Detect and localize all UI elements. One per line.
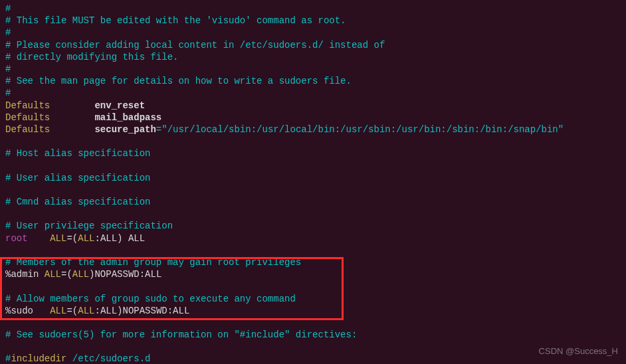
watermark: CSDN @Success_H xyxy=(539,346,618,357)
defaults-line: Defaults mail_badpass xyxy=(5,112,621,124)
blank-line xyxy=(5,159,621,171)
blank-line xyxy=(5,280,621,292)
section-comment: # Host alias specification xyxy=(5,147,621,159)
sudo-group-line: %sudo ALL=(ALL:ALL)NOPASSWD:ALL xyxy=(5,305,621,317)
blank-line xyxy=(5,184,621,196)
defaults-line: Defaults secure_path="/usr/local/sbin:/u… xyxy=(5,124,621,136)
comment-line: # xyxy=(5,3,621,15)
comment-line: # xyxy=(5,87,621,99)
includedir-line: #includedir /etc/sudoers.d xyxy=(5,353,621,364)
blank-line xyxy=(5,244,621,256)
section-comment: # Cmnd alias specification xyxy=(5,196,621,208)
blank-line xyxy=(5,341,621,353)
comment-line: # xyxy=(5,63,621,75)
comment-line: # Please consider adding local content i… xyxy=(5,39,621,51)
terminal-editor[interactable]: # # This file MUST be edited with the 'v… xyxy=(5,3,621,364)
section-comment: # User alias specification xyxy=(5,172,621,184)
section-comment: # See sudoers(5) for more information on… xyxy=(5,329,621,341)
section-comment: # User privilege specification xyxy=(5,220,621,232)
comment-line: # See the man page for details on how to… xyxy=(5,75,621,87)
defaults-line: Defaults env_reset xyxy=(5,100,621,112)
comment-line: # xyxy=(5,27,621,39)
blank-line xyxy=(5,136,621,147)
comment-line: # This file MUST be edited with the 'vis… xyxy=(5,15,621,27)
root-priv-line: root ALL=(ALL:ALL) ALL xyxy=(5,232,621,244)
section-comment: # Allow members of group sudo to execute… xyxy=(5,293,621,305)
admin-group-line: %admin ALL=(ALL)NOPASSWD:ALL xyxy=(5,268,621,280)
blank-line xyxy=(5,208,621,220)
section-comment: # Members of the admin group may gain ro… xyxy=(5,256,621,268)
blank-line xyxy=(5,317,621,329)
comment-line: # directly modifying this file. xyxy=(5,51,621,63)
